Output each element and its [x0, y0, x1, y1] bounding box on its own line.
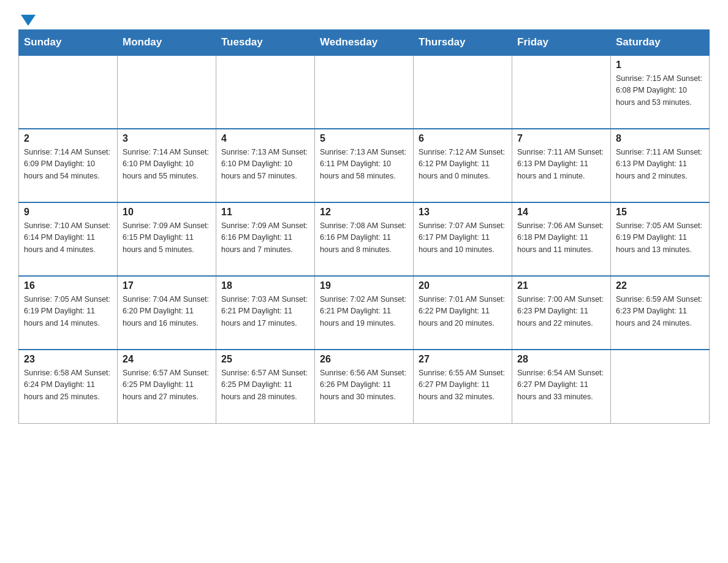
day-number: 7 [517, 133, 605, 144]
day-number: 26 [320, 354, 408, 365]
calendar-cell: 2Sunrise: 7:14 AM Sunset: 6:09 PM Daylig… [19, 129, 118, 202]
calendar-cell [118, 55, 216, 129]
day-info: Sunrise: 7:09 AM Sunset: 6:15 PM Dayligh… [123, 220, 211, 256]
day-info: Sunrise: 7:11 AM Sunset: 6:13 PM Dayligh… [616, 147, 704, 182]
calendar-cell: 11Sunrise: 7:09 AM Sunset: 6:16 PM Dayli… [216, 202, 315, 276]
calendar-cell: 22Sunrise: 6:59 AM Sunset: 6:23 PM Dayli… [611, 276, 710, 350]
day-number: 18 [221, 280, 309, 291]
calendar-cell: 7Sunrise: 7:11 AM Sunset: 6:13 PM Daylig… [512, 129, 611, 202]
day-info: Sunrise: 7:06 AM Sunset: 6:18 PM Dayligh… [517, 220, 605, 256]
day-info: Sunrise: 7:14 AM Sunset: 6:09 PM Dayligh… [24, 147, 112, 182]
day-info: Sunrise: 7:09 AM Sunset: 6:16 PM Dayligh… [221, 220, 309, 256]
calendar-cell: 6Sunrise: 7:12 AM Sunset: 6:12 PM Daylig… [414, 129, 512, 202]
day-info: Sunrise: 7:13 AM Sunset: 6:11 PM Dayligh… [320, 147, 408, 182]
day-number: 13 [419, 207, 507, 218]
calendar-cell: 21Sunrise: 7:00 AM Sunset: 6:23 PM Dayli… [512, 276, 611, 350]
day-info: Sunrise: 6:57 AM Sunset: 6:25 PM Dayligh… [221, 367, 309, 403]
calendar-cell: 5Sunrise: 7:13 AM Sunset: 6:11 PM Daylig… [315, 129, 414, 202]
day-info: Sunrise: 7:12 AM Sunset: 6:12 PM Dayligh… [419, 147, 507, 182]
calendar-week-row: 16Sunrise: 7:05 AM Sunset: 6:19 PM Dayli… [19, 276, 710, 350]
calendar-table: SundayMondayTuesdayWednesdayThursdayFrid… [18, 29, 710, 424]
calendar-cell: 20Sunrise: 7:01 AM Sunset: 6:22 PM Dayli… [414, 276, 512, 350]
calendar-week-row: 1Sunrise: 7:15 AM Sunset: 6:08 PM Daylig… [19, 55, 710, 129]
day-number: 22 [616, 280, 704, 291]
day-number: 14 [517, 207, 605, 218]
day-number: 8 [616, 133, 704, 144]
calendar-cell: 19Sunrise: 7:02 AM Sunset: 6:21 PM Dayli… [315, 276, 414, 350]
day-number: 3 [123, 133, 211, 144]
day-number: 16 [24, 280, 112, 291]
calendar-cell [315, 55, 414, 129]
calendar-cell [19, 55, 118, 129]
day-info: Sunrise: 6:56 AM Sunset: 6:26 PM Dayligh… [320, 367, 408, 403]
day-of-week-header: Thursday [414, 30, 512, 56]
day-number: 24 [123, 354, 211, 365]
logo-arrow-icon [21, 15, 36, 26]
day-number: 19 [320, 280, 408, 291]
calendar-cell: 24Sunrise: 6:57 AM Sunset: 6:25 PM Dayli… [118, 350, 216, 423]
day-number: 20 [419, 280, 507, 291]
calendar-cell: 12Sunrise: 7:08 AM Sunset: 6:16 PM Dayli… [315, 202, 414, 276]
day-number: 6 [419, 133, 507, 144]
calendar-week-row: 23Sunrise: 6:58 AM Sunset: 6:24 PM Dayli… [19, 350, 710, 423]
day-of-week-header: Friday [512, 30, 611, 56]
day-info: Sunrise: 7:05 AM Sunset: 6:19 PM Dayligh… [616, 220, 704, 256]
calendar-week-row: 2Sunrise: 7:14 AM Sunset: 6:09 PM Daylig… [19, 129, 710, 202]
calendar-cell: 15Sunrise: 7:05 AM Sunset: 6:19 PM Dayli… [611, 202, 710, 276]
day-info: Sunrise: 7:11 AM Sunset: 6:13 PM Dayligh… [517, 147, 605, 182]
day-info: Sunrise: 7:04 AM Sunset: 6:20 PM Dayligh… [123, 294, 211, 329]
calendar-cell: 4Sunrise: 7:13 AM Sunset: 6:10 PM Daylig… [216, 129, 315, 202]
day-of-week-header: Sunday [19, 30, 118, 56]
calendar-cell: 1Sunrise: 7:15 AM Sunset: 6:08 PM Daylig… [611, 55, 710, 129]
calendar-cell [216, 55, 315, 129]
day-of-week-header: Tuesday [216, 30, 315, 56]
day-number: 23 [24, 354, 112, 365]
day-number: 21 [517, 280, 605, 291]
day-info: Sunrise: 7:10 AM Sunset: 6:14 PM Dayligh… [24, 220, 112, 256]
day-number: 5 [320, 133, 408, 144]
day-of-week-header: Saturday [611, 30, 710, 56]
day-info: Sunrise: 6:58 AM Sunset: 6:24 PM Dayligh… [24, 367, 112, 403]
day-info: Sunrise: 6:57 AM Sunset: 6:25 PM Dayligh… [123, 367, 211, 403]
calendar-cell: 9Sunrise: 7:10 AM Sunset: 6:14 PM Daylig… [19, 202, 118, 276]
day-number: 17 [123, 280, 211, 291]
calendar-cell: 23Sunrise: 6:58 AM Sunset: 6:24 PM Dayli… [19, 350, 118, 423]
day-info: Sunrise: 7:02 AM Sunset: 6:21 PM Dayligh… [320, 294, 408, 329]
logo [18, 12, 36, 23]
calendar-header-row: SundayMondayTuesdayWednesdayThursdayFrid… [19, 30, 710, 56]
day-info: Sunrise: 7:03 AM Sunset: 6:21 PM Dayligh… [221, 294, 309, 329]
calendar-cell: 14Sunrise: 7:06 AM Sunset: 6:18 PM Dayli… [512, 202, 611, 276]
day-number: 11 [221, 207, 309, 218]
day-number: 27 [419, 354, 507, 365]
day-info: Sunrise: 6:59 AM Sunset: 6:23 PM Dayligh… [616, 294, 704, 329]
day-info: Sunrise: 6:55 AM Sunset: 6:27 PM Dayligh… [419, 367, 507, 403]
calendar-cell [512, 55, 611, 129]
day-number: 10 [123, 207, 211, 218]
calendar-cell: 27Sunrise: 6:55 AM Sunset: 6:27 PM Dayli… [414, 350, 512, 423]
calendar-cell: 8Sunrise: 7:11 AM Sunset: 6:13 PM Daylig… [611, 129, 710, 202]
calendar-cell: 18Sunrise: 7:03 AM Sunset: 6:21 PM Dayli… [216, 276, 315, 350]
calendar-cell: 28Sunrise: 6:54 AM Sunset: 6:27 PM Dayli… [512, 350, 611, 423]
calendar-cell: 17Sunrise: 7:04 AM Sunset: 6:20 PM Dayli… [118, 276, 216, 350]
day-of-week-header: Monday [118, 30, 216, 56]
page-header [18, 12, 710, 23]
day-number: 1 [616, 59, 704, 71]
day-number: 15 [616, 207, 704, 218]
day-info: Sunrise: 7:13 AM Sunset: 6:10 PM Dayligh… [221, 147, 309, 182]
day-number: 9 [24, 207, 112, 218]
day-info: Sunrise: 7:15 AM Sunset: 6:08 PM Dayligh… [616, 73, 704, 109]
calendar-cell: 26Sunrise: 6:56 AM Sunset: 6:26 PM Dayli… [315, 350, 414, 423]
day-info: Sunrise: 7:14 AM Sunset: 6:10 PM Dayligh… [123, 147, 211, 182]
day-number: 2 [24, 133, 112, 144]
day-info: Sunrise: 6:54 AM Sunset: 6:27 PM Dayligh… [517, 367, 605, 403]
day-number: 28 [517, 354, 605, 365]
calendar-week-row: 9Sunrise: 7:10 AM Sunset: 6:14 PM Daylig… [19, 202, 710, 276]
calendar-cell: 3Sunrise: 7:14 AM Sunset: 6:10 PM Daylig… [118, 129, 216, 202]
day-info: Sunrise: 7:00 AM Sunset: 6:23 PM Dayligh… [517, 294, 605, 329]
day-of-week-header: Wednesday [315, 30, 414, 56]
day-info: Sunrise: 7:08 AM Sunset: 6:16 PM Dayligh… [320, 220, 408, 256]
day-number: 25 [221, 354, 309, 365]
calendar-cell [611, 350, 710, 423]
day-info: Sunrise: 7:05 AM Sunset: 6:19 PM Dayligh… [24, 294, 112, 329]
calendar-cell: 25Sunrise: 6:57 AM Sunset: 6:25 PM Dayli… [216, 350, 315, 423]
